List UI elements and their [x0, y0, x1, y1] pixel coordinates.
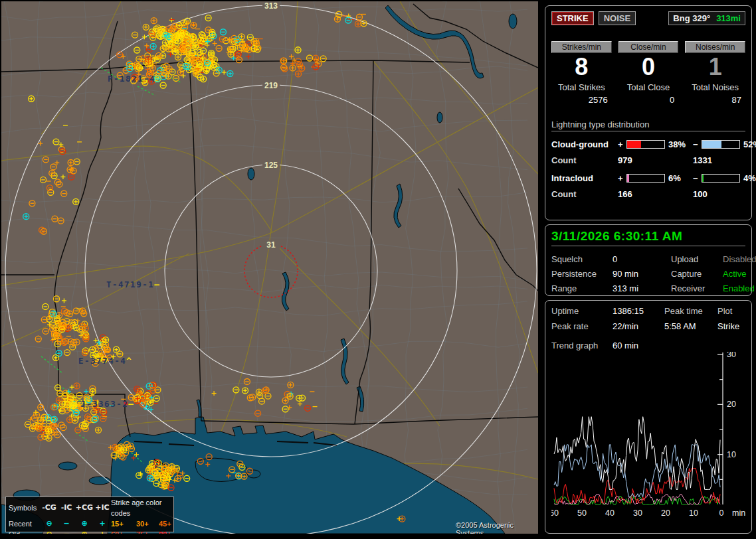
trend-graph-label: Trend graph [551, 341, 613, 350]
total-noises-label: Total Noises [685, 82, 745, 92]
distribution-title: Lightning type distribution [551, 119, 745, 131]
plot-value: Strike [717, 321, 745, 331]
svg-text:31: 31 [266, 240, 276, 250]
cg-pos-recent-icon: ⊕ [75, 518, 94, 529]
legend-header-row: Symbols -CG -IC +CG +IC Strike age color… [6, 497, 173, 518]
svg-text:125: 125 [264, 161, 278, 170]
peak-rate-label: Peak rate [551, 321, 613, 331]
uptime-value: 1386:15 [613, 306, 664, 316]
svg-text:10: 10 [727, 450, 736, 459]
ic-positive-bar [626, 174, 665, 183]
ic-neg-old-icon: − [58, 529, 75, 534]
peak-time-label: Peak time [664, 306, 717, 316]
svg-text:10: 10 [689, 508, 698, 518]
svg-text:E-3774-4^: E-3774-4^ [78, 356, 132, 366]
cg-positive-bar [626, 140, 665, 149]
legend-symbols-header: Symbols [9, 502, 41, 513]
squelch-value: 0 [613, 254, 671, 264]
strikes-column: Strikes/min 8 Total Strikes 2576 [551, 41, 612, 105]
range-value: 313 mi [613, 283, 671, 293]
legend-recent-row: Recent ⊖ − ⊕ + 15+ 30+ 45+ [6, 518, 173, 529]
intracloud-row: Intracloud + 6% − 4% [551, 173, 745, 183]
cloud-ground-count-row: Count 979 1331 [551, 155, 745, 165]
total-strikes-value: 2576 [551, 95, 612, 105]
strikes-per-min-chip[interactable]: Strikes/min [551, 41, 612, 53]
ic-positive-pct: 6% [665, 173, 693, 183]
total-close-label: Total Close [618, 82, 679, 92]
legend-age-header: Strike age color codes [111, 497, 181, 518]
range-label: Range [551, 283, 613, 293]
stats-panel: STRIKE NOISE Bng 329° 313mi Strikes/min … [545, 5, 752, 220]
ic-negative-bar [702, 174, 740, 183]
cg-negative-pct: 52% [740, 139, 756, 149]
total-close-value: 0 [618, 95, 679, 105]
ic-negative-pct: 4% [740, 173, 756, 183]
intracloud-label: Intracloud [551, 173, 618, 183]
intracloud-count-row: Count 166 100 [551, 189, 745, 199]
status-panel: 3/11/2026 6:30:11 AM Squelch 0 Upload Di… [545, 224, 752, 296]
persistence-value: 90 min [613, 269, 671, 279]
noise-toggle-button[interactable]: NOISE [599, 11, 636, 25]
total-strikes-label: Total Strikes [551, 82, 612, 92]
app-window: P-1821-4T-4719-1–E-3774-4^J-3363-2– 3132… [0, 0, 756, 539]
noises-per-min-chip[interactable]: Noises/min [685, 41, 745, 53]
svg-text:60: 60 [551, 508, 559, 518]
noises-column: Noises/min 1 Total Noises 87 [685, 41, 745, 105]
bearing-range-readout: Bng 329° 313mi [668, 11, 745, 25]
cloud-ground-label: Cloud-ground [551, 139, 618, 149]
cg-pos-old-icon: ⊕ [75, 529, 94, 534]
legend-ic-pos-header: +IC [94, 502, 111, 513]
legend-ic-neg-header: -IC [58, 502, 75, 513]
squelch-label: Squelch [551, 254, 613, 264]
ic-negative-count: 100 [693, 189, 745, 199]
strikes-per-min-value: 8 [551, 53, 612, 81]
svg-text:30: 30 [727, 352, 736, 359]
map-view[interactable]: P-1821-4T-4719-1–E-3774-4^J-3363-2– 3132… [1, 1, 538, 534]
legend-old-row: Old ⊖ − ⊕ + 60+ 75+ 90+ [6, 529, 173, 534]
svg-text:J-3363-2–: J-3363-2– [80, 399, 134, 409]
receiver-label: Receiver [671, 283, 723, 293]
svg-text:0: 0 [719, 508, 724, 518]
uptime-label: Uptime [551, 306, 613, 316]
svg-text:313: 313 [264, 1, 278, 11]
svg-text:min: min [732, 508, 745, 518]
lightning-map-canvas[interactable]: P-1821-4T-4719-1–E-3774-4^J-3363-2– 3132… [1, 1, 538, 534]
svg-text:30: 30 [633, 508, 642, 518]
capture-label: Capture [671, 269, 723, 279]
peak-time-value: 5:58 AM [664, 321, 717, 331]
peak-rate-value: 22/min [613, 321, 664, 331]
ic-pos-old-icon: + [94, 529, 111, 534]
plus-sign: + [618, 173, 626, 183]
copyright-text: ©2005 Astrogenic Systems [456, 521, 538, 534]
svg-text:T-4719-1–: T-4719-1– [106, 279, 160, 289]
total-noises-value: 87 [685, 95, 745, 105]
cg-negative-bar [702, 140, 740, 149]
receiver-value: Enabled [723, 283, 756, 293]
legend-cg-pos-header: +CG [75, 502, 94, 513]
plot-label: Plot [717, 306, 745, 316]
cg-neg-recent-icon: ⊖ [41, 518, 58, 529]
svg-text:20: 20 [727, 400, 736, 409]
cg-positive-pct: 38% [665, 139, 693, 149]
range-value: 313mi [716, 13, 741, 23]
persistence-label: Persistence [551, 269, 613, 279]
close-column: Close/min 0 Total Close 0 [618, 41, 679, 105]
ic-neg-recent-icon: − [58, 518, 75, 529]
plus-sign: + [618, 139, 626, 149]
cg-positive-count: 979 [618, 155, 693, 165]
datetime-display: 3/11/2026 6:30:11 AM [551, 229, 745, 246]
svg-text:20: 20 [661, 508, 670, 518]
noises-per-min-value: 1 [685, 53, 745, 81]
close-per-min-chip[interactable]: Close/min [618, 41, 679, 53]
map-legend: Symbols -CG -IC +CG +IC Strike age color… [5, 497, 174, 532]
strike-toggle-button[interactable]: STRIKE [551, 11, 594, 25]
legend-cg-neg-header: -CG [41, 502, 58, 513]
trend-window-value: 60 min [613, 341, 664, 350]
upload-label: Upload [671, 254, 723, 264]
cg-negative-count: 1331 [693, 155, 745, 165]
close-per-min-value: 0 [618, 53, 679, 81]
cg-neg-old-icon: ⊖ [41, 529, 58, 534]
trend-graph: 1020306050403020100min [551, 352, 747, 526]
svg-text:40: 40 [605, 508, 614, 518]
bearing-value: Bng 329° [673, 13, 710, 23]
